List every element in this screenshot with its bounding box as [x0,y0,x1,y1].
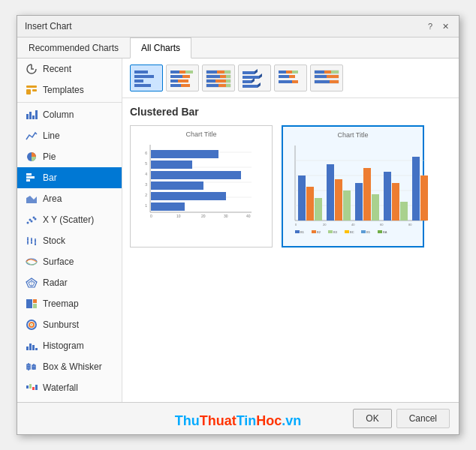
treemap-label: Treemap [43,298,79,309]
svg-rect-58 [170,70,179,74]
svg-text:B2: B2 [317,230,321,234]
sidebar-item-stock[interactable]: Stock [17,230,122,251]
svg-marker-86 [259,74,262,79]
svg-rect-100 [324,70,331,74]
svg-rect-150 [420,176,428,220]
svg-rect-114 [151,150,218,158]
svg-text:30: 30 [224,214,228,218]
svg-rect-74 [226,75,230,78]
surface-icon [25,255,38,268]
sidebar-item-line[interactable]: Line [17,125,122,146]
svg-rect-92 [286,70,292,74]
column-label: Column [43,110,74,120]
sidebar-divider [17,102,122,103]
svg-rect-94 [279,75,289,78]
sidebar-item-column[interactable]: Column [17,104,122,125]
svg-rect-65 [170,84,181,87]
svg-rect-87 [243,80,252,83]
chart-icon-100pct-bar[interactable] [202,64,235,92]
sidebar-item-xy[interactable]: X Y (Scatter) [17,209,122,230]
recent-label: Recent [43,64,71,74]
svg-rect-149 [412,157,420,220]
svg-marker-88 [252,78,255,83]
radar-label: Radar [43,278,68,288]
svg-rect-50 [35,385,38,390]
column-icon [25,108,38,122]
pie-label: Pie [43,152,56,162]
svg-rect-118 [151,192,226,200]
svg-point-16 [35,218,37,220]
svg-rect-138 [306,187,314,220]
waterfall-label: Waterfall [43,382,78,393]
svg-rect-69 [217,70,224,74]
sidebar-item-waterfall[interactable]: Waterfall [17,377,122,398]
help-button[interactable]: ? [424,20,436,32]
svg-text:20: 20 [323,223,327,226]
svg-rect-89 [243,85,258,88]
svg-rect-142 [343,190,351,220]
svg-rect-55 [134,75,154,78]
chart-icon-stacked-bar[interactable] [166,64,199,92]
svg-rect-3 [26,114,29,119]
pie-icon [25,150,38,164]
svg-marker-84 [255,69,258,74]
svg-rect-63 [170,80,178,82]
sidebar: Recent Templates Column [17,58,122,402]
sidebar-item-templates[interactable]: Templates [17,80,122,100]
svg-rect-144 [363,168,371,220]
chart-icon-clustered-bar[interactable] [130,64,163,92]
chart-icon-3d-clustered[interactable] [238,64,271,92]
svg-rect-6 [35,110,38,119]
svg-rect-83 [243,71,255,74]
sidebar-item-pie[interactable]: Pie [17,146,122,167]
svg-rect-145 [372,194,379,220]
chart-icon-3d-100pct[interactable] [310,64,343,92]
svg-text:3: 3 [145,182,147,187]
chart-preview-2[interactable]: Chart Title [282,125,424,248]
svg-rect-140 [327,164,334,220]
sidebar-item-surface[interactable]: Surface [17,251,122,272]
chart-preview-1[interactable]: Chart Title [130,125,273,248]
svg-rect-47 [26,386,29,388]
ok-button[interactable]: OK [353,409,391,428]
sidebar-item-sunburst[interactable]: Sunburst [17,314,122,335]
svg-text:BC: BC [350,230,354,234]
preview1-svg: 6 5 4 3 2 1 0 10 20 30 40 [135,141,255,224]
svg-text:60: 60 [380,223,384,226]
area-label: Area [43,194,62,204]
sidebar-item-boxwhisker[interactable]: Box & Whisker [17,356,122,377]
cancel-button[interactable]: Cancel [396,409,450,428]
sidebar-item-treemap[interactable]: Treemap [17,293,122,314]
svg-text:2: 2 [145,193,147,197]
svg-text:1: 1 [145,203,147,208]
svg-rect-156 [295,230,300,233]
sidebar-item-area[interactable]: Area [17,188,122,209]
sidebar-item-histogram[interactable]: Histogram [17,335,122,356]
svg-rect-59 [179,70,185,74]
bar-label: Bar [43,172,57,183]
svg-rect-97 [292,80,298,83]
sidebar-item-radar[interactable]: Radar [17,272,122,293]
svg-rect-70 [224,70,230,74]
svg-rect-91 [279,70,286,74]
tabs-row: Recommended Charts All Charts [17,38,459,58]
svg-rect-76 [206,80,215,82]
surface-label: Surface [43,256,74,267]
svg-rect-160 [328,230,333,233]
tab-recommended[interactable]: Recommended Charts [17,38,130,58]
svg-rect-4 [29,112,32,119]
boxwhisker-label: Box & Whisker [43,362,102,372]
svg-rect-99 [315,70,324,74]
treemap-icon [25,297,38,310]
main-panel: Clustered Bar Chart Title [122,58,459,402]
svg-rect-143 [355,183,363,220]
svg-rect-146 [384,172,391,220]
tab-all-charts[interactable]: All Charts [130,38,191,58]
sidebar-item-bar[interactable]: Bar [17,167,122,188]
close-button[interactable]: ✕ [439,20,451,32]
svg-rect-5 [32,116,35,119]
svg-text:B1: B1 [300,230,305,234]
sidebar-item-recent[interactable]: Recent [17,58,122,80]
svg-rect-85 [243,76,259,79]
chart-icon-3d-stacked[interactable] [274,64,307,92]
